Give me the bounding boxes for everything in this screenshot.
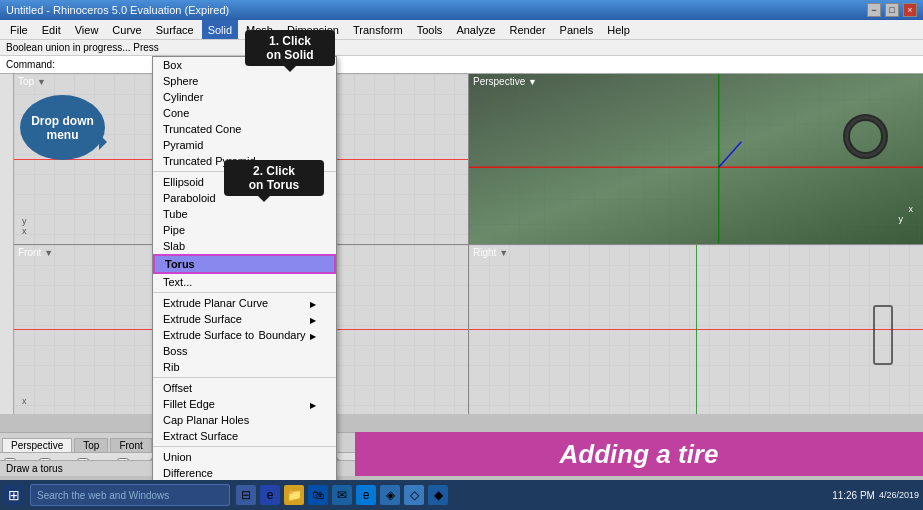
taskbar-store-icon[interactable]: 🛍 <box>308 485 328 505</box>
dd-cylinder[interactable]: Cylinder <box>153 89 336 105</box>
taskbar-mail-icon[interactable]: ✉ <box>332 485 352 505</box>
status-top: Boolean union in progress... Press <box>0 40 923 56</box>
close-button[interactable]: × <box>903 3 917 17</box>
draw-status-text: Draw a torus <box>6 463 63 474</box>
dd-extrude-surface[interactable]: Extrude Surface <box>153 311 336 327</box>
task-view-button[interactable]: ⊟ <box>236 485 256 505</box>
dd-slab[interactable]: Slab <box>153 238 336 254</box>
dd-sphere[interactable]: Sphere <box>153 73 336 89</box>
dd-pipe[interactable]: Pipe <box>153 222 336 238</box>
menu-surface[interactable]: Surface <box>150 20 200 39</box>
tire-banner: Adding a tire <box>355 432 923 476</box>
dd-text[interactable]: Text... <box>153 274 336 290</box>
callout-solid: 1. Click on Solid <box>245 30 335 66</box>
dd-cone[interactable]: Cone <box>153 105 336 121</box>
dd-union[interactable]: Union <box>153 449 336 465</box>
tab-top[interactable]: Top <box>74 438 108 452</box>
dd-pyramid[interactable]: Pyramid <box>153 137 336 153</box>
taskbar-right: 11:26 PM 4/26/2019 <box>832 490 919 501</box>
taskbar-folder-icon[interactable]: 📁 <box>284 485 304 505</box>
menu-view[interactable]: View <box>69 20 105 39</box>
dd-tube[interactable]: Tube <box>153 206 336 222</box>
tire-banner-text: Adding a tire <box>560 439 719 470</box>
viewport-right-label: Right ▼ <box>473 247 508 258</box>
viewport-top-label: Top ▼ <box>18 76 46 87</box>
dd-boss[interactable]: Boss <box>153 343 336 359</box>
menu-file[interactable]: File <box>4 20 34 39</box>
menu-tools[interactable]: Tools <box>411 20 449 39</box>
taskbar-edge-icon[interactable]: e <box>356 485 376 505</box>
callout-torus-line1: 2. Click <box>232 164 316 178</box>
menubar: File Edit View Curve Surface Solid Mesh … <box>0 20 923 40</box>
search-placeholder: Search the web and Windows <box>37 490 169 501</box>
separator-2 <box>153 292 336 293</box>
speech-bubble-text: Drop down menu <box>20 114 105 142</box>
dd-fillet-edge[interactable]: Fillet Edge <box>153 396 336 412</box>
dd-extrude-boundary[interactable]: Extrude Surface to Boundary <box>153 327 336 343</box>
callout-solid-line1: 1. Click <box>253 34 327 48</box>
callout-solid-line2: on Solid <box>253 48 327 62</box>
search-bar[interactable]: Search the web and Windows <box>30 484 230 506</box>
menu-analyze[interactable]: Analyze <box>450 20 501 39</box>
callout-torus-line2: on Torus <box>232 178 316 192</box>
status-text: Boolean union in progress... Press <box>6 42 159 53</box>
taskbar-app2-icon[interactable]: ◇ <box>404 485 424 505</box>
dd-rib[interactable]: Rib <box>153 359 336 375</box>
separator-3 <box>153 377 336 378</box>
menu-curve[interactable]: Curve <box>106 20 147 39</box>
title-text: Untitled - Rhinoceros 5.0 Evaluation (Ex… <box>6 4 229 16</box>
tab-perspective[interactable]: Perspective <box>2 438 72 452</box>
taskbar-ie-icon[interactable]: e <box>260 485 280 505</box>
menu-render[interactable]: Render <box>504 20 552 39</box>
dd-difference[interactable]: Difference <box>153 465 336 481</box>
viewport-right[interactable]: Right ▼ <box>469 245 923 415</box>
maximize-button[interactable]: □ <box>885 3 899 17</box>
solid-dropdown-menu: Box Sphere Cylinder Cone Truncated Cone … <box>152 56 337 510</box>
menu-transform[interactable]: Transform <box>347 20 409 39</box>
viewport-perspective-label: Perspective ▼ <box>473 76 537 87</box>
minimize-button[interactable]: − <box>867 3 881 17</box>
menu-solid[interactable]: Solid <box>202 20 238 39</box>
taskbar-date: 4/26/2019 <box>879 490 919 500</box>
window-controls[interactable]: − □ × <box>867 3 917 17</box>
main-area: Top ▼ x y Perspective ▼ <box>0 74 923 414</box>
viewport-area: Top ▼ x y Perspective ▼ <box>14 74 923 414</box>
speech-bubble-dropdown: Drop down menu <box>20 95 105 160</box>
taskbar-time: 11:26 PM <box>832 490 875 501</box>
sidebar-left <box>0 74 14 414</box>
dd-torus[interactable]: Torus <box>153 254 336 274</box>
dd-extract-surface[interactable]: Extract Surface <box>153 428 336 444</box>
command-bar: Command: <box>0 56 923 74</box>
taskbar: ⊞ Search the web and Windows ⊟ e 📁 🛍 ✉ e… <box>0 480 923 510</box>
taskbar-app1-icon[interactable]: ◈ <box>380 485 400 505</box>
dd-extrude-planar[interactable]: Extrude Planar Curve <box>153 295 336 311</box>
svg-rect-1 <box>469 74 923 244</box>
dd-cap-planar[interactable]: Cap Planar Holes <box>153 412 336 428</box>
menu-edit[interactable]: Edit <box>36 20 67 39</box>
menu-help[interactable]: Help <box>601 20 636 39</box>
windows-start-button[interactable]: ⊞ <box>4 485 24 505</box>
callout-torus: 2. Click on Torus <box>224 160 324 196</box>
taskbar-left: ⊞ Search the web and Windows ⊟ e 📁 🛍 ✉ e… <box>4 484 448 506</box>
command-label: Command: <box>6 59 55 70</box>
separator-4 <box>153 446 336 447</box>
tab-front[interactable]: Front <box>110 438 151 452</box>
viewport-front-label: Front ▼ <box>18 247 53 258</box>
dd-truncated-cone[interactable]: Truncated Cone <box>153 121 336 137</box>
viewport-perspective[interactable]: Perspective ▼ <box>469 74 923 244</box>
titlebar: Untitled - Rhinoceros 5.0 Evaluation (Ex… <box>0 0 923 20</box>
taskbar-app3-icon[interactable]: ◆ <box>428 485 448 505</box>
dd-offset[interactable]: Offset <box>153 380 336 396</box>
menu-panels[interactable]: Panels <box>554 20 600 39</box>
